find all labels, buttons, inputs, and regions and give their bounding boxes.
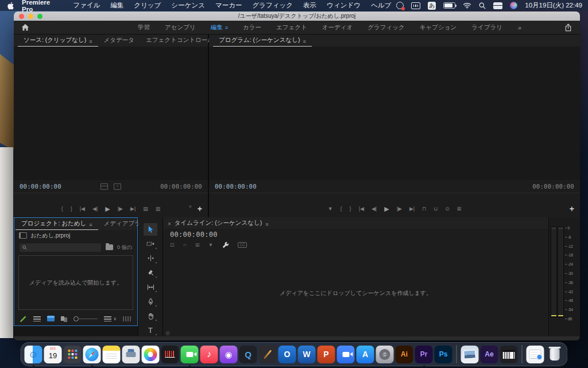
tab-program[interactable]: プログラム: (シーケンスなし) ≡ <box>213 36 312 47</box>
window-title-bar[interactable]: /ユーザ/tatsuya/デスクトップ/おためし.prproj <box>14 12 580 21</box>
source-scrub-bar[interactable] <box>14 193 208 200</box>
menu-item[interactable]: シーケンス <box>166 1 210 10</box>
insert-button[interactable]: ▤ <box>143 206 148 212</box>
minimized-window-dock-icon[interactable] <box>527 346 544 363</box>
siri-icon[interactable] <box>510 2 517 9</box>
menu-item[interactable]: 表示 <box>298 1 322 10</box>
mark-out-button[interactable]: } <box>350 206 351 212</box>
menu-item[interactable]: ウィンドウ <box>322 1 366 10</box>
facetime-dock-icon[interactable] <box>181 346 199 363</box>
photoshop-dock-icon[interactable]: Ps <box>435 346 452 363</box>
export-frame-button[interactable]: ⊙ <box>445 206 450 212</box>
search-input[interactable] <box>29 244 98 251</box>
panel-menu-icon[interactable]: ≡ <box>89 39 92 44</box>
add-marker-icon[interactable]: ▼ <box>208 242 214 248</box>
zoom-slider[interactable] <box>74 316 98 321</box>
workspace-tab-effects[interactable]: エフェクト <box>269 24 315 32</box>
system-preferences-dock-icon[interactable] <box>376 346 394 363</box>
panel-menu-icon[interactable]: ≡ <box>265 221 268 229</box>
go-to-in-button[interactable]: |◀ <box>359 206 364 212</box>
photos-dock-icon[interactable] <box>142 346 160 363</box>
music-dock-icon[interactable]: ♪ <box>200 346 218 363</box>
type-tool[interactable]: T <box>144 324 157 336</box>
track-select-forward-tool[interactable] <box>144 237 157 250</box>
insert-nest-icon[interactable]: ⊡ <box>170 242 175 248</box>
icon-view-button[interactable] <box>47 316 55 321</box>
timeline-settings-wrench-icon[interactable] <box>222 241 229 249</box>
lift-button[interactable]: ⊓ <box>422 206 426 212</box>
finder-dock-icon[interactable]: ☺ <box>25 346 42 363</box>
appstore-dock-icon[interactable]: A <box>357 346 374 363</box>
go-to-out-button[interactable]: ▶| <box>409 206 415 212</box>
powerpoint-dock-icon[interactable]: P <box>318 346 335 363</box>
control-center-icon[interactable] <box>493 2 502 9</box>
apple-menu-icon[interactable] <box>7 2 14 10</box>
menu-item[interactable]: マーカー <box>210 1 247 10</box>
word-dock-icon[interactable]: W <box>298 346 316 363</box>
workspace-tab-learning[interactable]: 学習 <box>130 24 157 32</box>
search-bin-icon[interactable] <box>106 244 113 250</box>
go-to-in-button[interactable]: |◀ <box>80 206 85 212</box>
selection-tool[interactable] <box>144 223 157 236</box>
snap-icon[interactable]: ∩ <box>183 242 187 248</box>
tab-metadata[interactable]: メタデータ <box>98 36 140 47</box>
trash-dock-icon[interactable] <box>546 346 564 363</box>
workspace-tab-color[interactable]: カラー <box>235 24 269 32</box>
timeline-tab[interactable]: × タイムライン: (シーケンスなし) ≡ <box>163 217 548 229</box>
menu-item[interactable]: ファイル <box>68 1 105 10</box>
workspace-tab-graphics[interactable]: グラフィック <box>360 24 412 32</box>
overwrite-button[interactable]: ▥ <box>156 206 161 212</box>
slip-tool[interactable] <box>144 281 157 293</box>
project-breadcrumb[interactable]: おためし.prproj <box>14 230 137 241</box>
battery-icon[interactable] <box>443 2 455 9</box>
voice-memos-dock-icon[interactable] <box>161 346 179 363</box>
screen-record-icon[interactable] <box>396 2 404 9</box>
calendar-dock-icon[interactable]: 1910月 <box>44 346 62 363</box>
program-current-timecode[interactable]: 00:00:00:00 <box>215 183 257 190</box>
workspace-tabs-overflow[interactable]: » <box>518 24 521 31</box>
wifi-icon[interactable] <box>463 2 471 9</box>
media-drop-area[interactable]: メディアを読み込んで開始します。 <box>18 255 133 310</box>
comparison-view-button[interactable]: ⊞ <box>457 206 462 212</box>
input-source-icon[interactable]: あ <box>428 2 436 10</box>
tab-effect-controls[interactable]: エフェクトコントロール <box>140 36 219 47</box>
outlook-dock-icon[interactable]: O <box>278 346 296 363</box>
panel-menu-icon[interactable]: ≡ <box>225 25 228 30</box>
transport-overflow-button[interactable]: » <box>189 204 192 209</box>
menu-item[interactable]: クリップ <box>129 1 166 10</box>
workspace-tab-captions[interactable]: キャプション <box>412 24 464 32</box>
hand-tool[interactable] <box>144 309 157 322</box>
timeline-drop-area[interactable]: メディアをここにドロップしてシーケンスを作成します。 <box>163 250 548 336</box>
program-scrub-bar[interactable] <box>209 193 580 200</box>
menu-item[interactable]: 編集 <box>105 1 129 10</box>
menu-bar-clock[interactable]: 10月19日(火) 22:49 <box>525 1 582 10</box>
button-editor-button[interactable]: + <box>198 204 202 213</box>
keyboard-icon[interactable] <box>411 2 420 9</box>
mark-in-button[interactable]: { <box>61 206 63 212</box>
tab-source[interactable]: ソース: (クリップなし)≡ <box>18 36 98 47</box>
fit-level-icon[interactable]: + <box>114 183 121 190</box>
podcasts-dock-icon[interactable]: ◉ <box>220 346 238 363</box>
notes-dock-icon[interactable] <box>103 346 121 363</box>
freeform-view-button[interactable] <box>61 316 64 321</box>
tab-project[interactable]: プロジェクト: おためし≡ <box>16 220 98 230</box>
piano-dock-icon[interactable] <box>500 346 518 363</box>
button-editor-button[interactable]: + <box>570 204 574 213</box>
step-forward-button[interactable]: |▶ <box>118 206 123 212</box>
premiere-pro-dock-icon[interactable]: Pr <box>415 346 433 363</box>
timeline-timecode[interactable]: 00:00:00:00 <box>170 231 218 239</box>
captions-icon[interactable]: CC <box>238 242 246 248</box>
workspace-tab-editing[interactable]: 編集≡ <box>203 24 235 32</box>
audio-meter-panel[interactable]: 0-6-12-18-24-30-36-42-48-54dB <box>549 217 580 336</box>
panel-menu-icon[interactable]: ≡ <box>303 39 306 44</box>
list-view-button[interactable] <box>33 316 41 321</box>
go-to-out-button[interactable]: ▶| <box>130 206 136 212</box>
automate-to-sequence-icon[interactable] <box>123 316 132 321</box>
play-button[interactable]: ▶ <box>384 205 389 213</box>
home-icon[interactable] <box>21 24 29 31</box>
linked-selection-icon[interactable]: ⊞ <box>195 242 200 248</box>
workspace-tab-libraries[interactable]: ライブラリ <box>464 24 510 32</box>
panel-menu-icon[interactable]: ≡ <box>89 222 92 228</box>
safari-dock-icon[interactable] <box>83 346 101 363</box>
step-forward-button[interactable]: |▶ <box>397 206 402 212</box>
